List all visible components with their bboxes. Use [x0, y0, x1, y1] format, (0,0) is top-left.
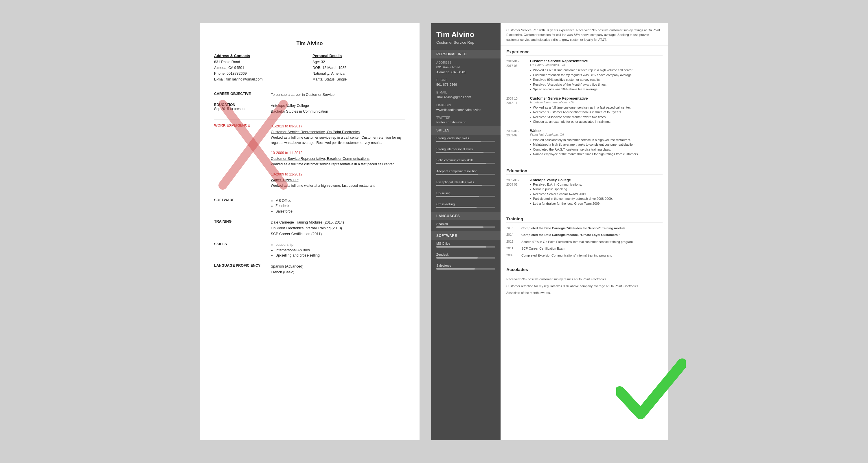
experience-item: 2009-10 -2012-11 Customer Service Repres…	[506, 96, 662, 124]
skill-label: Zendesk	[436, 253, 495, 256]
exp-dates: 2009-10 -2012-11	[506, 96, 527, 124]
exp-bullet: Received "Customer Appreciation" bonus i…	[530, 110, 662, 115]
training-year: 2015	[506, 226, 518, 230]
exp-bullet: Worked as a full time customer service r…	[530, 105, 662, 110]
skill-label: Strong interpersonal skills.	[436, 147, 495, 151]
accolades-list: Received 99% positive customer survey re…	[506, 277, 662, 296]
skill-bar	[436, 163, 495, 164]
city-state: Almeda, CA 94501	[214, 65, 307, 71]
work-desc-1: Worked as a full time customer service r…	[271, 135, 405, 145]
good-resume-wrapper: Tim Alvino Customer Service Rep Personal…	[431, 23, 669, 440]
work-content: 01-2013 to 03-2017 Customer Service Repr…	[271, 123, 405, 193]
skill-bar	[436, 141, 495, 142]
exp-bullet: Received 99% positive customer survey re…	[530, 77, 662, 82]
skill-label: Strong leadership skills.	[436, 136, 495, 140]
work-item-3: 10-2009 to 11-2012 Waiter, Pizza Hut Wor…	[271, 171, 405, 188]
exp-bullet: Maintained a high tip average thanks to …	[530, 142, 662, 147]
skill-bar	[436, 174, 495, 175]
exp-title: Waiter	[530, 129, 662, 133]
work-label: WORK EXPERIENCE	[214, 123, 266, 193]
software-item: Salesforce	[275, 209, 405, 214]
skill-label: Up-selling	[436, 192, 495, 195]
dob: DOB: 12 March 1985	[312, 65, 405, 71]
skill-label: Adept at complaint resolution.	[436, 169, 495, 173]
language-content: Spanish (Advanced) French (Basic)	[271, 263, 405, 275]
skill-bar	[436, 257, 495, 259]
skill-bar-fill	[436, 246, 486, 248]
skill-bar-item: Adept at complaint resolution.	[431, 168, 500, 179]
skill-bar-item: MS Office	[431, 240, 500, 251]
nationality: Nationality: American	[312, 71, 405, 77]
training-section: TRAINING Dale Carnegie Training Modules …	[214, 220, 405, 237]
training-desc: Completed the Dale Carnegie "Attitudes f…	[521, 226, 662, 230]
skill-bar-item: Strong leadership skills.	[431, 135, 500, 146]
email: E-mail: timTalvino@gmail.com	[214, 77, 307, 82]
exp-dates: 2013-01 -2017-03	[506, 59, 527, 92]
skill-bar-fill	[436, 174, 478, 175]
skill-bar-item: Cross-selling	[431, 201, 500, 212]
edu-bullet: Received B.A. in Communications.	[530, 182, 662, 187]
edu-dates: 2005-09 -2009-05	[506, 178, 527, 206]
edu-bullets: Received B.A. in Communications.Minor in…	[530, 182, 662, 206]
software-label: SOFTWARE	[214, 198, 266, 214]
skill-bar	[436, 196, 495, 197]
skill-bar	[436, 152, 495, 153]
work-desc-2: Worked as a full time customer service r…	[271, 162, 405, 167]
skill-bar	[436, 226, 495, 228]
work-title-2[interactable]: Customer Service Representative, Excelsi…	[271, 157, 370, 161]
work-desc-3: Worked as a full time waiter at a high-v…	[271, 183, 405, 188]
skill-label: MS Office	[436, 242, 495, 245]
exp-dates: 2005-06 -2009-09	[506, 129, 527, 157]
work-title-1[interactable]: Customer Service Representative, On Poin…	[271, 130, 360, 134]
skill-label: Spanish	[436, 222, 495, 226]
sidebar-linkedin: LinkedIn www.linkedin.com/in/tim-alvino	[431, 101, 500, 114]
skill-bar-fill	[436, 141, 480, 142]
skill-bar-item: Exceptional telesales skills.	[431, 179, 500, 190]
bad-resume: Tim Alvino Address & Contacts 831 Rasle …	[199, 23, 420, 440]
experience-item: 2005-06 -2009-09 Waiter Pizza Hut, Antel…	[506, 129, 662, 157]
training-year: 2013	[506, 240, 518, 244]
training-desc: Scored 97% in On Point Electronics' inte…	[521, 240, 662, 244]
sidebar-header: Tim Alvino Customer Service Rep	[431, 23, 500, 50]
training-item: 2014 Completed the Dale Carnegie module,…	[506, 233, 662, 237]
training-year: 2011	[506, 247, 518, 251]
sidebar-twitter: Twitter twitter.com/timalvino	[431, 114, 500, 126]
education-section: Education 2005-09 -2009-05 Antelope Vall…	[500, 165, 669, 213]
skill-bar-fill	[436, 226, 484, 228]
accolade-item: Associate of the month awards.	[506, 290, 662, 296]
exp-bullet: Received "Associate of the Month" award …	[530, 115, 662, 120]
training-year: 2009	[506, 253, 518, 258]
exp-bullets: Worked as a full time customer service r…	[530, 68, 662, 92]
skills-section: SKILLS Leadership Interpersonal Abilitie…	[214, 242, 405, 258]
training-year: 2014	[506, 233, 518, 237]
personal-details: Personal Details Age: 32 DOB: 12 March 1…	[312, 54, 405, 82]
software-item: Zendesk	[275, 203, 405, 209]
skill-bar	[436, 268, 495, 269]
skill-bar-fill	[436, 207, 476, 208]
exp-company: Excelsior Communications, CA	[530, 100, 662, 104]
sidebar-software: Software MS Office Zendesk Salesforce	[431, 231, 500, 273]
main-header: Customer Service Rep with 8+ years exper…	[500, 23, 669, 46]
accolades-section: Accolades Received 99% positive customer…	[500, 263, 669, 301]
exp-bullet: Chosen as an example for other associate…	[530, 119, 662, 124]
edu-bullet: Led a fundraiser for the local Green Tea…	[530, 201, 662, 206]
skill-bar-fill	[436, 257, 478, 259]
exp-title: Customer Service Representative	[530, 59, 662, 63]
address: 831 Rasle Road	[214, 59, 307, 65]
work-title-3[interactable]: Waiter, Pizza Hut	[271, 178, 298, 182]
languages-label: Languages	[431, 212, 500, 220]
training-item: 2011 SCP Career Certification Exam	[506, 247, 662, 251]
career-section: CAREER OBJECTIVE To pursue a career in C…	[214, 92, 405, 97]
skills-bars-container: Strong leadership skills. Strong interpe…	[431, 135, 500, 212]
skill-label: Exceptional telesales skills.	[436, 180, 495, 184]
education-item: 2005-09 -2009-05 Antelope Valley College…	[506, 178, 662, 206]
skill-bar-item: Salesforce	[431, 262, 500, 273]
sidebar-title: Customer Service Rep	[436, 40, 495, 45]
training-item: 2015 Completed the Dale Carnegie "Attitu…	[506, 226, 662, 230]
work-section: WORK EXPERIENCE 01-2013 to 03-2017 Custo…	[214, 123, 405, 193]
skill-bar-fill	[436, 268, 475, 269]
exp-company: On Point Electronics, CA	[530, 63, 662, 66]
training-desc: Completed Excelsior Communications' inte…	[521, 253, 662, 258]
exp-bullet: Worked passionately in customer service …	[530, 138, 662, 142]
exp-bullet: Received "Associate of the Month" award …	[530, 82, 662, 87]
